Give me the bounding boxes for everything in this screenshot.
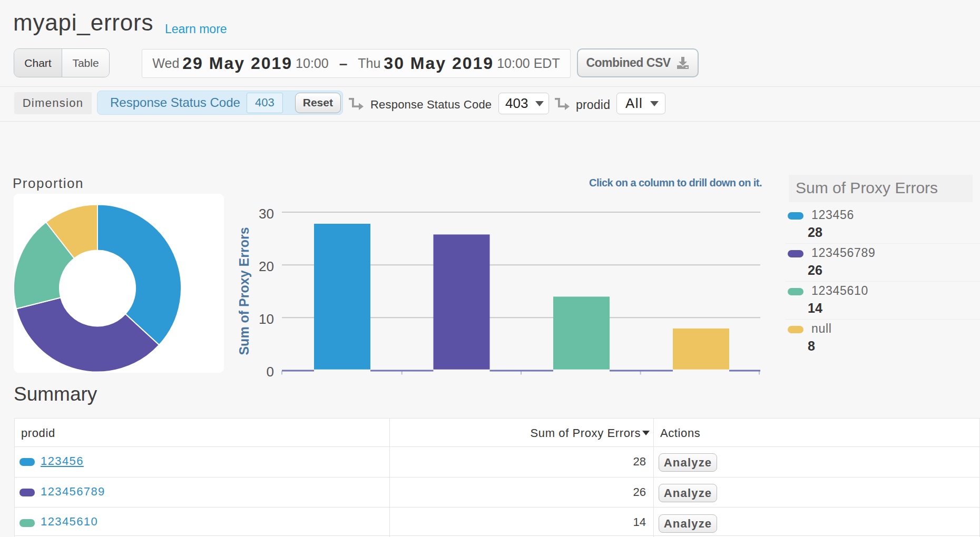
svg-text:10: 10 — [259, 311, 274, 327]
svg-text:0: 0 — [267, 364, 274, 380]
svg-text:20: 20 — [259, 258, 274, 274]
svg-text:30: 30 — [259, 206, 274, 222]
svg-text:Sum of Proxy Errors: Sum of Proxy Errors — [237, 227, 251, 355]
